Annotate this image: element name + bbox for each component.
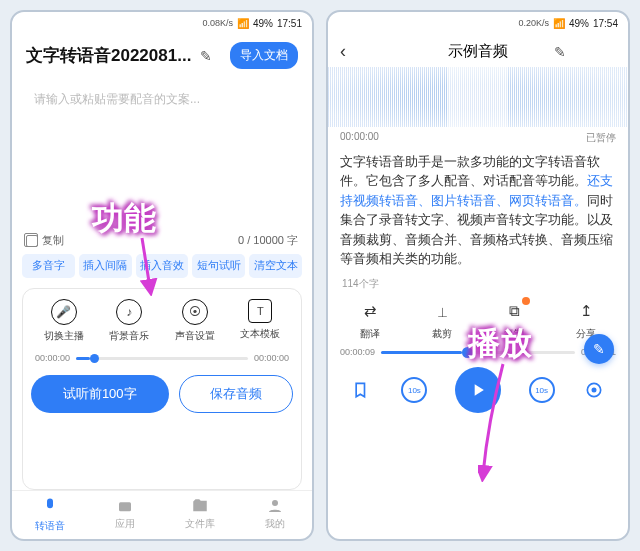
edit-icon[interactable]: ✎ — [200, 48, 212, 64]
switch-anchor[interactable]: 🎤切换主播 — [44, 299, 84, 343]
bg-music[interactable]: ♪背景音乐 — [109, 299, 149, 343]
seek-back-button[interactable]: 10s — [401, 377, 427, 403]
pill-insert-gap[interactable]: 插入间隔 — [79, 254, 132, 278]
text-input[interactable]: 请输入或粘贴需要配音的文案... — [24, 81, 300, 231]
page-title: 文字转语音2022081... ✎ — [26, 44, 212, 67]
crop-button[interactable]: ⟂裁剪 — [430, 299, 454, 341]
copy-label[interactable]: 复制 — [42, 233, 64, 248]
left-phone: 0.08K/s 📶 49% 17:51 文字转语音2022081... ✎ 导入… — [10, 10, 314, 541]
char-counter: 0 / 10000 字 — [238, 233, 298, 248]
waveform[interactable] — [328, 67, 628, 127]
status-bar: 0.20K/s 📶 49% 17:54 — [328, 12, 628, 34]
mark-icon[interactable] — [350, 378, 374, 402]
tab-bar: 转语音 应用 文件库 我的 — [12, 490, 312, 539]
tool-pills: 多音字 插入间隔 插入音效 短句试听 清空文本 — [12, 254, 312, 284]
translate-icon: ⇄ — [358, 299, 382, 323]
action-row: ⇄翻译 ⟂裁剪 ⧉复制 ↥分享 — [328, 293, 628, 347]
time-start: 00:00:00 — [35, 353, 70, 363]
pill-short-preview[interactable]: 短句试听 — [192, 254, 245, 278]
clock: 17:54 — [593, 18, 618, 29]
settings-icon[interactable] — [582, 378, 606, 402]
svg-point-1 — [272, 500, 278, 506]
tab-me[interactable]: 我的 — [237, 497, 312, 533]
copy-button[interactable]: ⧉复制 — [502, 299, 526, 341]
time-end: 00:00:00 — [254, 353, 289, 363]
share-icon: ↥ — [574, 299, 598, 323]
seek-fwd-button[interactable]: 10s — [529, 377, 555, 403]
edit-icon[interactable]: ✎ — [554, 44, 566, 60]
play-button[interactable] — [455, 367, 501, 413]
header: ‹ 示例音频 ✎ — [328, 34, 628, 65]
play-slider[interactable] — [381, 351, 575, 354]
svg-point-3 — [593, 389, 596, 392]
edit-fab[interactable]: ✎ — [584, 334, 614, 364]
sound-icon: ⦿ — [182, 299, 208, 325]
mic-icon: 🎤 — [51, 299, 77, 325]
clock: 17:51 — [277, 18, 302, 29]
battery-text: 49% — [569, 18, 589, 29]
preview-100-button[interactable]: 试听前100字 — [31, 375, 169, 413]
import-button[interactable]: 导入文档 — [230, 42, 298, 69]
pill-polyphone[interactable]: 多音字 — [22, 254, 75, 278]
header: 文字转语音2022081... ✎ 导入文档 — [12, 34, 312, 75]
svg-rect-0 — [119, 502, 131, 511]
crop-icon: ⟂ — [430, 299, 454, 323]
battery-text: 49% — [253, 18, 273, 29]
wave-status: 已暂停 — [586, 131, 616, 145]
status-bar: 0.08K/s 📶 49% 17:51 — [12, 12, 312, 34]
bottom-panel: 🎤切换主播 ♪背景音乐 ⦿声音设置 T文本模板 00:00:00 00:00:0… — [22, 288, 302, 490]
tab-apps[interactable]: 应用 — [87, 497, 162, 533]
template-icon: T — [248, 299, 272, 323]
sound-settings[interactable]: ⦿声音设置 — [175, 299, 215, 343]
pill-insert-sfx[interactable]: 插入音效 — [136, 254, 189, 278]
text-template[interactable]: T文本模板 — [240, 299, 280, 343]
net-speed: 0.08K/s — [202, 18, 233, 28]
player-controls: 10s 10s — [328, 357, 628, 425]
wave-time: 00:00:00 — [340, 131, 379, 145]
signal-icon: 📶 — [237, 18, 249, 29]
tab-tts[interactable]: 转语音 — [12, 497, 87, 533]
progress-slider[interactable] — [76, 357, 248, 360]
pill-clear[interactable]: 清空文本 — [249, 254, 302, 278]
save-audio-button[interactable]: 保存音频 — [179, 375, 294, 413]
transcript: 文字转语音助手是一款多功能的文字转语音软件。它包含了多人配音、对话配音等功能。还… — [340, 153, 616, 269]
copy-icon[interactable] — [26, 235, 38, 247]
net-speed: 0.20K/s — [518, 18, 549, 28]
signal-icon: 📶 — [553, 18, 565, 29]
music-icon: ♪ — [116, 299, 142, 325]
badge-dot — [522, 297, 530, 305]
translate-button[interactable]: ⇄翻译 — [358, 299, 382, 341]
back-icon[interactable]: ‹ — [340, 41, 346, 62]
right-phone: 0.20K/s 📶 49% 17:54 ‹ 示例音频 ✎ 00:00:00 已暂… — [326, 10, 630, 541]
play-time-start: 00:00:09 — [340, 347, 375, 357]
copy-row: 复制 0 / 10000 字 — [26, 233, 298, 248]
copy-icon: ⧉ — [502, 299, 526, 323]
word-count: 114个字 — [328, 273, 628, 293]
tab-files[interactable]: 文件库 — [162, 497, 237, 533]
page-title: 示例音频 — [448, 42, 508, 61]
